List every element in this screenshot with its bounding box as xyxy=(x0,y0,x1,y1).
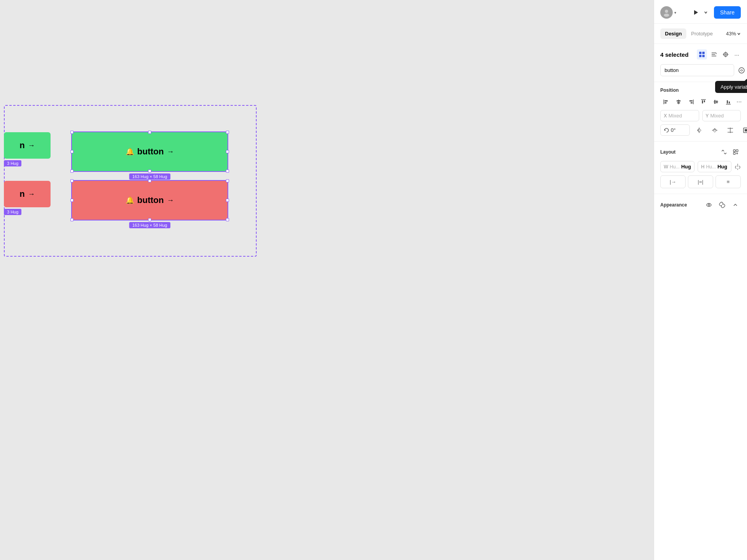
align-left-button[interactable] xyxy=(660,97,672,107)
handle-tm-red[interactable] xyxy=(148,179,151,182)
svg-rect-4 xyxy=(702,52,705,54)
svg-marker-2 xyxy=(694,10,698,15)
wh-row: W Hu... Hug H Hu... Hug xyxy=(660,161,741,172)
layout-add-button[interactable] xyxy=(731,147,741,157)
svg-rect-20 xyxy=(665,102,667,103)
handle-tl[interactable] xyxy=(70,131,73,134)
handle-bm-red[interactable] xyxy=(148,218,151,221)
avatar-container[interactable]: ▾ xyxy=(660,6,676,19)
handle-tl-red[interactable] xyxy=(70,179,73,182)
h-value: Hug xyxy=(717,164,727,170)
avatar xyxy=(660,6,673,19)
handle-br-red[interactable] xyxy=(226,218,229,221)
svg-rect-42 xyxy=(745,129,747,131)
handle-tr-red[interactable] xyxy=(226,179,229,182)
handle-bl[interactable] xyxy=(70,170,73,173)
component-select-button[interactable] xyxy=(697,49,707,60)
zoom-control[interactable]: 43% xyxy=(726,31,741,37)
canvas-button-large-green[interactable]: 🔔 button → 163 Hug × 58 Hug xyxy=(72,132,227,171)
layer-name-input[interactable] xyxy=(660,64,734,76)
align-more-button[interactable]: ··· xyxy=(735,97,743,107)
handle-mr-red[interactable] xyxy=(226,199,229,202)
handle-br[interactable] xyxy=(226,170,229,173)
svg-point-1 xyxy=(664,14,669,17)
share-button[interactable]: Share xyxy=(714,6,741,19)
svg-point-11 xyxy=(724,52,728,56)
appearance-eye-button[interactable] xyxy=(703,200,714,210)
svg-rect-34 xyxy=(727,100,728,103)
appearance-link-button[interactable] xyxy=(717,200,728,210)
h-label: H xyxy=(701,164,705,170)
svg-rect-22 xyxy=(677,100,681,102)
handle-ml[interactable] xyxy=(70,150,73,153)
flip-vertical-button[interactable] xyxy=(709,125,721,136)
play-btn-group xyxy=(691,7,710,18)
align-middle-v-button[interactable] xyxy=(710,97,722,107)
w-input-wrap: W Hu... Hug xyxy=(660,161,695,172)
position-section: Position xyxy=(654,82,747,142)
handle-ml-red[interactable] xyxy=(70,199,73,202)
selected-count: 4 selected xyxy=(660,51,695,58)
variable-btn-container: Apply variable/property xyxy=(737,65,747,75)
appearance-section: Appearance xyxy=(654,194,747,216)
align-bottom-button[interactable] xyxy=(723,97,734,107)
h-hint: Hu... xyxy=(706,164,716,170)
x-coord-wrap: X xyxy=(660,110,699,121)
flow-btn-stack[interactable]: ≡ xyxy=(716,175,741,188)
rotation-row xyxy=(660,124,741,136)
size-badge-large-red: 163 Hug × 58 Hug xyxy=(129,222,170,228)
svg-rect-45 xyxy=(733,152,735,154)
rotation-icon xyxy=(664,128,669,133)
canvas-button-small-green[interactable]: n → 3 Hug xyxy=(4,132,51,159)
layer-name-row: Apply variable/property xyxy=(660,64,741,76)
handle-bl-red[interactable] xyxy=(70,218,73,221)
more-options-button[interactable]: ··· xyxy=(733,50,741,60)
size-badge-large-green: 163 Hug × 58 Hug xyxy=(129,173,170,180)
svg-rect-31 xyxy=(714,100,716,104)
flow-btn-center[interactable]: |=| xyxy=(688,175,713,188)
chain-icon[interactable] xyxy=(735,163,741,171)
handle-mr[interactable] xyxy=(226,150,229,153)
tab-prototype[interactable]: Prototype xyxy=(686,28,717,39)
play-button[interactable] xyxy=(691,7,701,18)
flow-btn-arrow[interactable]: |→ xyxy=(660,175,686,188)
align-center-h-button[interactable] xyxy=(673,97,684,107)
handle-tr[interactable] xyxy=(226,131,229,134)
canvas-button-small-red[interactable]: n → 3 Hug xyxy=(4,181,51,207)
avatar-chevron-icon: ▾ xyxy=(674,10,676,15)
svg-rect-25 xyxy=(689,100,693,102)
align-top-button[interactable] xyxy=(698,97,709,107)
layout-collapse-button[interactable] xyxy=(719,147,729,157)
canvas-button-large-red[interactable]: 🔔 button → 163 Hug × 58 Hug xyxy=(72,181,227,220)
appearance-expand-button[interactable] xyxy=(730,200,741,210)
w-label: W xyxy=(664,164,668,170)
text-align-button[interactable] xyxy=(709,50,719,59)
align-right-button[interactable] xyxy=(685,97,697,107)
frame-position-button[interactable] xyxy=(740,125,747,136)
x-input[interactable] xyxy=(668,113,695,119)
rotation-wrap xyxy=(660,124,690,136)
layout-header: Layout xyxy=(660,147,741,157)
size-badge-small-green: 3 Hug xyxy=(4,160,21,166)
y-input[interactable] xyxy=(710,113,737,119)
appearance-header: Appearance xyxy=(660,200,741,210)
flip-horizontal-button[interactable] xyxy=(693,125,705,136)
variable-button[interactable] xyxy=(737,65,747,75)
canvas: n → 3 Hug 🔔 button → 163 Hug × 58 Hug n … xyxy=(0,0,654,560)
svg-point-48 xyxy=(707,203,711,206)
zoom-level: 43% xyxy=(726,31,736,37)
rotation-input[interactable] xyxy=(671,127,686,133)
size-badge-small-red: 3 Hug xyxy=(4,209,21,215)
y-label: Y xyxy=(706,113,709,119)
target-button[interactable] xyxy=(721,50,730,59)
play-chevron-button[interactable] xyxy=(702,8,710,17)
handle-bm[interactable] xyxy=(148,170,151,173)
svg-point-49 xyxy=(708,204,710,206)
handle-tm[interactable] xyxy=(148,131,151,134)
tab-design[interactable]: Design xyxy=(660,28,686,39)
svg-rect-32 xyxy=(716,101,717,103)
y-coord-wrap: Y xyxy=(702,110,741,121)
distribute-button[interactable] xyxy=(724,125,737,136)
coord-row: X Y xyxy=(660,110,741,121)
h-input-wrap: H Hu... Hug xyxy=(698,161,731,172)
